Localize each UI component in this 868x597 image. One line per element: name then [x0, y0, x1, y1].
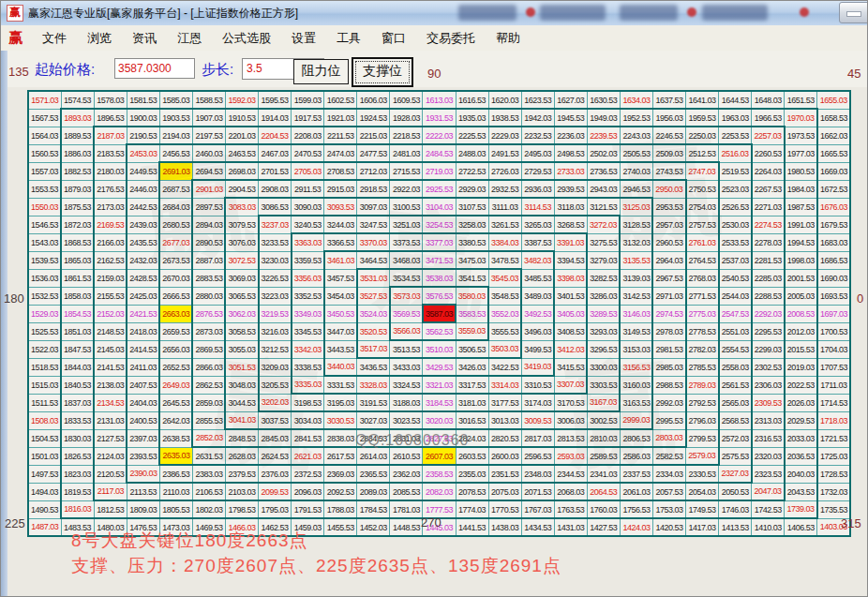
price-cell[interactable]: 1627.03 — [554, 91, 587, 109]
price-cell[interactable]: 2047.03 — [752, 483, 785, 500]
price-cell[interactable]: 1816.03 — [61, 500, 94, 518]
price-cell[interactable]: 3440.03 — [324, 358, 357, 376]
price-cell[interactable]: 2061.03 — [620, 483, 652, 500]
price-cell[interactable]: 3482.03 — [521, 251, 554, 269]
price-cell[interactable]: 1826.53 — [61, 447, 94, 465]
price-cell[interactable]: 2043.53 — [785, 483, 817, 500]
price-cell[interactable]: 2033.03 — [785, 429, 817, 447]
price-cell[interactable]: 2932.53 — [488, 180, 521, 198]
price-cell[interactable]: 2383.03 — [192, 465, 225, 483]
price-cell[interactable]: 3401.53 — [554, 287, 587, 305]
price-cell[interactable]: 2411.03 — [127, 358, 159, 376]
price-cell[interactable]: 3538.03 — [423, 269, 456, 287]
menu-item-7[interactable]: 工具 — [326, 26, 371, 51]
price-cell[interactable]: 2572.03 — [719, 429, 752, 447]
price-cell[interactable]: 2148.53 — [94, 322, 127, 340]
price-cell[interactable]: 1707.53 — [817, 358, 850, 376]
price-cell[interactable]: 2957.03 — [652, 216, 685, 233]
price-cell[interactable]: 2747.03 — [686, 162, 719, 180]
price-cell[interactable]: 2225.53 — [456, 127, 488, 144]
price-cell[interactable]: 3419.03 — [521, 358, 554, 376]
price-cell[interactable]: 3398.03 — [554, 269, 587, 287]
price-cell[interactable]: 2554.53 — [719, 340, 752, 358]
price-cell[interactable]: 2246.53 — [652, 127, 685, 144]
price-cell[interactable]: 3370.03 — [357, 233, 390, 251]
price-cell[interactable]: 1781.03 — [390, 500, 423, 518]
price-cell[interactable]: 3048.03 — [225, 376, 258, 394]
price-cell[interactable]: 2960.53 — [652, 233, 685, 251]
price-cell[interactable]: 1564.03 — [28, 127, 61, 144]
price-cell[interactable]: 2568.53 — [719, 411, 752, 429]
price-cell[interactable]: 2285.03 — [752, 269, 785, 287]
price-cell[interactable]: 2509.03 — [652, 144, 685, 162]
price-cell[interactable]: 2887.03 — [192, 251, 225, 269]
price-cell[interactable]: 2873.03 — [192, 322, 225, 340]
price-cell[interactable]: 3163.53 — [620, 394, 652, 411]
price-cell[interactable]: 2260.53 — [752, 144, 785, 162]
price-cell[interactable]: 1641.03 — [686, 91, 719, 109]
price-cell[interactable]: 1879.03 — [61, 180, 94, 198]
price-cell[interactable]: 1760.03 — [587, 500, 620, 518]
price-cell[interactable]: 2544.03 — [719, 287, 752, 305]
price-cell[interactable]: 3356.03 — [292, 269, 324, 287]
price-cell[interactable]: 3562.53 — [423, 322, 456, 340]
price-cell[interactable]: 3128.53 — [620, 216, 652, 233]
price-cell[interactable]: 1424.03 — [620, 518, 652, 536]
price-cell[interactable]: 1798.53 — [225, 500, 258, 518]
price-cell[interactable]: 2684.03 — [159, 198, 192, 216]
price-cell[interactable]: 2204.53 — [259, 127, 292, 144]
price-cell[interactable]: 3391.03 — [554, 233, 587, 251]
price-cell[interactable]: 2813.53 — [554, 429, 587, 447]
price-cell[interactable]: 3531.03 — [357, 269, 390, 287]
price-cell[interactable]: 1949.03 — [587, 109, 620, 127]
price-cell[interactable]: 1959.53 — [686, 109, 719, 127]
price-cell[interactable]: 2022.53 — [785, 376, 817, 394]
price-cell[interactable]: 2264.03 — [752, 162, 785, 180]
price-cell[interactable]: 2981.53 — [652, 340, 685, 358]
price-cell[interactable]: 3342.03 — [292, 340, 324, 358]
price-cell[interactable]: 2029.53 — [785, 411, 817, 429]
price-cell[interactable]: 1767.03 — [521, 500, 554, 518]
price-cell[interactable]: 2103.03 — [225, 483, 258, 500]
price-cell[interactable]: 1672.53 — [817, 180, 850, 198]
price-cell[interactable]: 1441.53 — [456, 518, 488, 536]
price-cell[interactable]: 2698.03 — [225, 162, 258, 180]
price-cell[interactable]: 1644.53 — [719, 91, 752, 109]
price-cell[interactable]: 1536.03 — [28, 269, 61, 287]
price-cell[interactable]: 1487.03 — [28, 518, 61, 536]
price-cell[interactable]: 2138.03 — [94, 376, 127, 394]
price-cell[interactable]: 1679.53 — [817, 216, 850, 233]
price-cell[interactable]: 2908.03 — [259, 180, 292, 198]
price-cell[interactable]: 1655.03 — [817, 91, 850, 109]
price-cell[interactable]: 2127.53 — [94, 429, 127, 447]
price-cell[interactable]: 2607.03 — [423, 447, 456, 465]
price-cell[interactable]: 1634.03 — [620, 91, 652, 109]
price-cell[interactable]: 2642.03 — [159, 411, 192, 429]
price-cell[interactable]: 1921.03 — [324, 109, 357, 127]
price-cell[interactable]: 1970.03 — [785, 109, 817, 127]
price-cell[interactable]: 2852.03 — [192, 429, 225, 447]
price-cell[interactable]: 2134.53 — [94, 394, 127, 411]
price-cell[interactable]: 2971.03 — [652, 287, 685, 305]
price-cell[interactable]: 2390.03 — [127, 465, 159, 483]
price-cell[interactable]: 2978.03 — [652, 322, 685, 340]
price-cell[interactable]: 3006.03 — [554, 411, 587, 429]
price-cell[interactable]: 3202.03 — [259, 394, 292, 411]
price-cell[interactable]: 2519.53 — [719, 162, 752, 180]
price-cell[interactable]: 2530.03 — [719, 216, 752, 233]
price-cell[interactable]: 2327.03 — [719, 465, 752, 483]
price-cell[interactable]: 2859.03 — [192, 394, 225, 411]
price-cell[interactable]: 2558.03 — [719, 358, 752, 376]
menu-item-2[interactable]: 浏览 — [77, 26, 122, 51]
price-cell[interactable]: 3219.53 — [259, 305, 292, 322]
price-cell[interactable]: 2855.53 — [192, 411, 225, 429]
price-cell[interactable]: 2288.53 — [752, 287, 785, 305]
price-cell[interactable]: 1917.53 — [292, 109, 324, 127]
price-cell[interactable]: 2491.53 — [488, 144, 521, 162]
price-cell[interactable]: 3223.03 — [259, 287, 292, 305]
price-cell[interactable]: 1676.03 — [817, 198, 850, 216]
price-cell[interactable]: 3027.03 — [357, 411, 390, 429]
price-cell[interactable]: 2460.03 — [192, 144, 225, 162]
price-cell[interactable]: 2036.53 — [785, 447, 817, 465]
price-cell[interactable]: 1588.53 — [192, 91, 225, 109]
